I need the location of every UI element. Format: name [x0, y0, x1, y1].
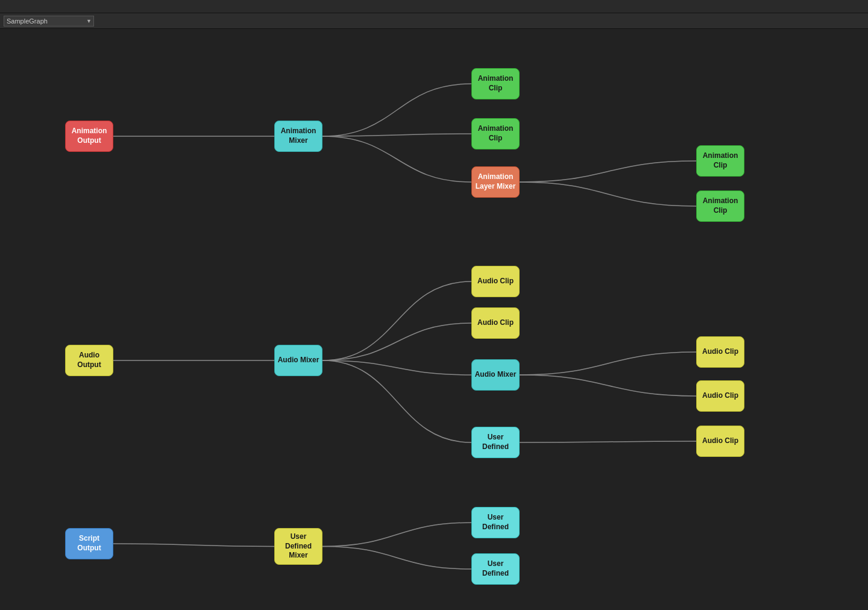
connection-audio-mixer-1-audio-clip-1 — [322, 281, 471, 360]
connection-audio-mixer-2-audio-clip-4 — [520, 375, 696, 396]
connection-user-defined-mixer-user-defined-2 — [322, 523, 471, 547]
title-bar — [0, 0, 868, 13]
node-anim-clip-3[interactable]: Animation Clip — [696, 145, 744, 177]
connection-audio-mixer-2-audio-clip-3 — [520, 352, 696, 375]
node-audio-clip-4[interactable]: Audio Clip — [696, 380, 744, 412]
connection-audio-mixer-1-audio-clip-2 — [322, 323, 471, 360]
node-audio-clip-3[interactable]: Audio Clip — [696, 336, 744, 368]
node-script-output[interactable]: Script Output — [65, 528, 113, 559]
node-anim-clip-4[interactable]: Animation Clip — [696, 190, 744, 222]
node-anim-layer-mixer[interactable]: Animation Layer Mixer — [471, 166, 520, 198]
connection-anim-layer-mixer-anim-clip-4 — [520, 182, 696, 206]
graph-dropdown[interactable]: SampleGraph — [4, 16, 94, 27]
connection-user-defined-mixer-user-defined-3 — [322, 547, 471, 570]
connection-script-output-user-defined-mixer — [113, 544, 274, 547]
node-audio-clip-2[interactable]: Audio Clip — [471, 307, 520, 339]
connection-user-defined-1-audio-clip-5 — [520, 441, 696, 442]
node-audio-mixer-2[interactable]: Audio Mixer — [471, 359, 520, 391]
toolbar: SampleGraph ▼ — [0, 13, 868, 29]
node-audio-mixer-1[interactable]: Audio Mixer — [274, 345, 322, 376]
connection-anim-mixer-anim-clip-2 — [322, 134, 471, 136]
connection-anim-mixer-anim-layer-mixer — [322, 136, 471, 182]
connection-audio-mixer-1-audio-mixer-2 — [322, 360, 471, 375]
node-anim-output[interactable]: Animation Output — [65, 121, 113, 152]
node-user-defined-2[interactable]: User Defined — [471, 507, 520, 538]
node-anim-clip-1[interactable]: Animation Clip — [471, 68, 520, 99]
node-audio-output[interactable]: Audio Output — [65, 345, 113, 376]
node-anim-clip-2[interactable]: Animation Clip — [471, 118, 520, 149]
connections-svg — [0, 29, 868, 610]
node-anim-mixer[interactable]: Animation Mixer — [274, 121, 322, 152]
node-user-defined-1[interactable]: User Defined — [471, 427, 520, 458]
connection-anim-mixer-anim-clip-1 — [322, 84, 471, 136]
connection-anim-layer-mixer-anim-clip-3 — [520, 161, 696, 182]
node-user-defined-mixer[interactable]: User Defined Mixer — [274, 528, 322, 565]
canvas: Animation OutputAnimation MixerAnimation… — [0, 29, 868, 610]
graph-selector-wrap[interactable]: SampleGraph ▼ — [4, 15, 94, 27]
connection-audio-mixer-1-user-defined-1 — [322, 360, 471, 442]
node-audio-clip-1[interactable]: Audio Clip — [471, 266, 520, 297]
node-user-defined-3[interactable]: User Defined — [471, 553, 520, 585]
node-audio-clip-5[interactable]: Audio Clip — [696, 426, 744, 457]
